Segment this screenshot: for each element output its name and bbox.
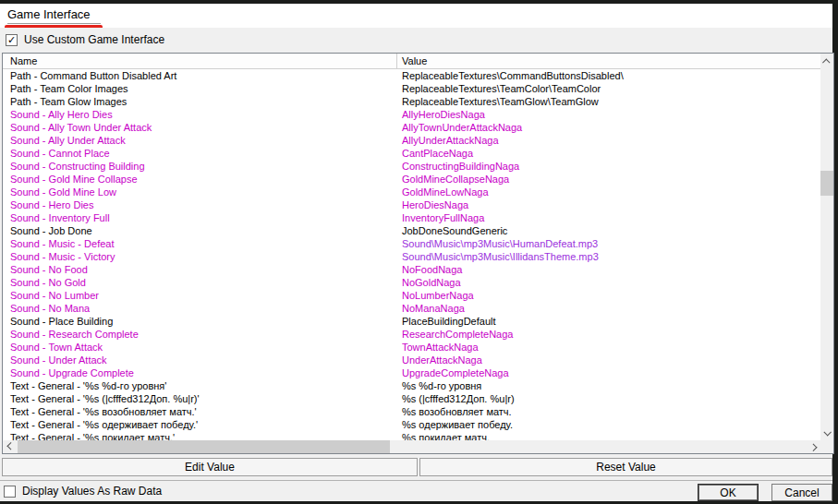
title-thin-underline <box>7 23 101 24</box>
table-row[interactable]: Text - General - '%s покидает матч.'%s п… <box>3 431 820 440</box>
row-value: AllyTownUnderAttackNaga <box>397 121 820 134</box>
table-row[interactable]: Text - General - '%s %d-го уровня'%s %d-… <box>3 379 820 392</box>
dialog-body: ✓ Use Custom Game Interface Name Value P… <box>0 28 832 501</box>
row-name: Sound - Ally Hero Dies <box>3 108 397 121</box>
row-value: Sound\Music\mp3Music\HumanDefeat.mp3 <box>397 237 820 250</box>
row-name: Text - General - '%s %d-го уровня' <box>3 379 397 392</box>
row-name: Text - General - '%s одерживает победу.' <box>3 418 397 431</box>
row-name: Sound - Ally Town Under Attack <box>3 121 397 134</box>
row-value: ReplaceableTextures\TeamGlow\TeamGlow <box>397 95 820 108</box>
row-name: Sound - Constructing Building <box>3 160 397 173</box>
column-header-name[interactable]: Name <box>3 54 397 68</box>
horizontal-scrollbar-thumb[interactable] <box>18 440 390 453</box>
table-row[interactable]: Sound - Gold Mine CollapseGoldMineCollap… <box>3 173 820 186</box>
row-value: NoManaNaga <box>397 302 820 315</box>
column-header-value[interactable]: Value <box>397 54 820 68</box>
cancel-label: Cancel <box>784 486 819 499</box>
row-name: Sound - No Food <box>3 263 397 276</box>
table-row[interactable]: Sound - Job DoneJobDoneSoundGeneric <box>3 224 820 237</box>
vertical-scrollbar-thumb[interactable] <box>820 171 833 196</box>
table-row[interactable]: Sound - Research CompleteResearchComplet… <box>3 328 820 341</box>
row-value: %s покидает матч. <box>397 431 820 440</box>
table-row[interactable]: Text - General - '%s одерживает победу.'… <box>3 418 820 431</box>
row-value: %s %d-го уровня <box>397 379 820 392</box>
display-raw-data-checkbox[interactable]: Display Values As Raw Data <box>4 485 162 498</box>
edit-value-button[interactable]: Edit Value <box>2 458 418 476</box>
table-row[interactable]: Sound - Cannot PlaceCantPlaceNaga <box>3 147 820 160</box>
reset-value-label: Reset Value <box>596 461 655 474</box>
table-row[interactable]: Sound - No FoodNoFoodNaga <box>3 263 820 276</box>
table-row[interactable]: Sound - Ally Town Under AttackAllyTownUn… <box>3 121 820 134</box>
row-name: Sound - Upgrade Complete <box>3 366 397 379</box>
table-row[interactable]: Text - General - '%s (|cfffed312Доп. %u|… <box>3 392 820 405</box>
table-row[interactable]: Sound - Hero DiesHeroDiesNaga <box>3 198 820 211</box>
row-name: Sound - Under Attack <box>3 354 397 366</box>
table-row[interactable]: Sound - Under AttackUnderAttackNaga <box>3 354 820 366</box>
ok-button[interactable]: OK <box>698 484 759 501</box>
row-value: PlaceBuildingDefault <box>397 315 820 328</box>
row-name: Sound - Gold Mine Collapse <box>3 173 397 186</box>
scroll-right-icon[interactable] <box>807 440 820 453</box>
raw-data-checkbox-label: Display Values As Raw Data <box>22 485 162 498</box>
scroll-up-icon[interactable] <box>820 54 833 69</box>
row-name: Path - Command Button Disabled Art <box>3 69 397 82</box>
row-value: UnderAttackNaga <box>397 354 820 366</box>
row-name: Sound - Job Done <box>3 224 397 237</box>
table-row[interactable]: Sound - Music - DefeatSound\Music\mp3Mus… <box>3 237 820 250</box>
table-row[interactable]: Sound - No LumberNoLumberNaga <box>3 289 820 302</box>
horizontal-scrollbar[interactable] <box>3 440 820 453</box>
row-name: Sound - Music - Victory <box>3 250 397 263</box>
page-title: Game Interface <box>7 7 91 21</box>
scroll-down-icon[interactable] <box>820 425 833 440</box>
row-value: NoFoodNaga <box>397 263 820 276</box>
properties-list: Name Value Path - Command Button Disable… <box>2 53 834 454</box>
row-value: ReplaceableTextures\CommandButtonsDisabl… <box>397 69 820 82</box>
use-custom-game-interface-checkbox[interactable]: ✓ Use Custom Game Interface <box>6 33 164 46</box>
row-value: Sound\Music\mp3Music\IllidansTheme.mp3 <box>397 250 820 263</box>
row-name: Sound - Research Complete <box>3 328 397 341</box>
table-row[interactable]: Path - Command Button Disabled ArtReplac… <box>3 69 820 82</box>
list-header: Name Value <box>3 54 820 69</box>
row-value: AllyHeroDiesNaga <box>397 108 820 121</box>
scroll-left-icon[interactable] <box>3 440 17 453</box>
table-row[interactable]: Sound - Ally Hero DiesAllyHeroDiesNaga <box>3 108 820 121</box>
table-row[interactable]: Path - Team Glow ImagesReplaceableTextur… <box>3 95 820 108</box>
game-interface-dialog: Game Interface ✓ Use Custom Game Interfa… <box>0 0 838 504</box>
table-row[interactable]: Sound - Gold Mine LowGoldMineLowNaga <box>3 186 820 198</box>
row-value: GoldMineCollapseNaga <box>397 173 820 186</box>
table-row[interactable]: Sound - Ally Under AttackAllyUnderAttack… <box>3 134 820 147</box>
title-band: Game Interface <box>0 4 832 28</box>
row-name: Sound - No Mana <box>3 302 397 315</box>
table-row[interactable]: Sound - No GoldNoGoldNaga <box>3 276 820 289</box>
row-value: CantPlaceNaga <box>397 147 820 160</box>
checkbox-checked-icon[interactable]: ✓ <box>6 34 18 46</box>
row-name: Path - Team Glow Images <box>3 95 397 108</box>
reset-value-button[interactable]: Reset Value <box>419 458 832 476</box>
table-row[interactable]: Sound - Music - VictorySound\Music\mp3Mu… <box>3 250 820 263</box>
table-row[interactable]: Path - Team Color ImagesReplaceableTextu… <box>3 82 820 95</box>
row-name: Sound - Hero Dies <box>3 198 397 211</box>
row-value: InventoryFullNaga <box>397 211 820 224</box>
row-name: Sound - Inventory Full <box>3 211 397 224</box>
table-row[interactable]: Text - General - '%s возобновляет матч.'… <box>3 405 820 418</box>
checkbox-unchecked-icon[interactable] <box>4 486 16 498</box>
row-value: ReplaceableTextures\TeamColor\TeamColor <box>397 82 820 95</box>
row-value: NoLumberNaga <box>397 289 820 302</box>
row-value: ConstructingBuildingNaga <box>397 160 820 173</box>
cancel-button[interactable]: Cancel <box>771 484 832 501</box>
table-row[interactable]: Sound - No ManaNoManaNaga <box>3 302 820 315</box>
row-value: HeroDiesNaga <box>397 198 820 211</box>
table-row[interactable]: Sound - Constructing BuildingConstructin… <box>3 160 820 173</box>
row-value: %s возобновляет матч. <box>397 405 820 418</box>
row-value: UpgradeCompleteNaga <box>397 366 820 379</box>
row-value: GoldMineLowNaga <box>397 186 820 198</box>
row-value: %s (|cfffed312Доп. %u|r) <box>397 392 820 405</box>
table-body: Path - Command Button Disabled ArtReplac… <box>3 69 820 440</box>
table-row[interactable]: Sound - Town AttackTownAttackNaga <box>3 341 820 354</box>
table-row[interactable]: Sound - Upgrade CompleteUpgradeCompleteN… <box>3 366 820 379</box>
use-custom-checkbox-label: Use Custom Game Interface <box>24 33 164 46</box>
row-value: JobDoneSoundGeneric <box>397 224 820 237</box>
vertical-scrollbar[interactable] <box>820 54 833 440</box>
table-row[interactable]: Sound - Inventory FullInventoryFullNaga <box>3 211 820 224</box>
table-row[interactable]: Sound - Place BuildingPlaceBuildingDefau… <box>3 315 820 328</box>
